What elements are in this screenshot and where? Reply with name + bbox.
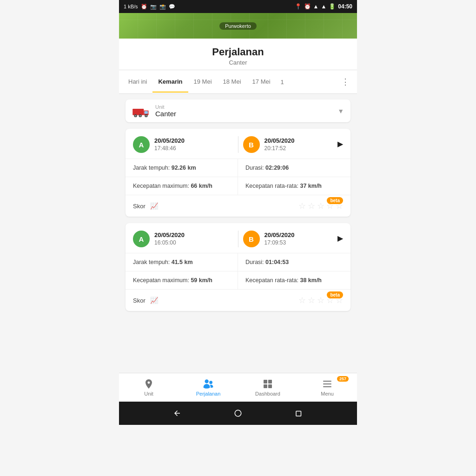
tabs-container: Hari ini Kemarin 19 Mei 18 Mei 17 Mei 1 … xyxy=(119,70,357,94)
skor-label-2: Skor xyxy=(133,297,145,304)
kec-max-val-1: 66 km/h xyxy=(191,183,212,189)
kec-rata-val-1: 37 km/h xyxy=(300,183,322,189)
jarak-label-2: Jarak tempuh: xyxy=(133,259,170,265)
star-2-3[interactable]: ☆ xyxy=(317,295,324,305)
tab-num[interactable]: 1 xyxy=(276,72,289,92)
svg-rect-13 xyxy=(323,381,331,382)
point-a-badge-1: A xyxy=(133,136,150,153)
trip-2-stats: Jarak tempuh: 41.5 km Durasi: 01:04:53 K… xyxy=(126,253,350,290)
kec-max-label-2: Kecepatan maximum: xyxy=(133,277,189,284)
dropdown-arrow-icon: ▼ xyxy=(337,107,344,115)
nav-menu[interactable]: 257 Menu xyxy=(298,373,357,402)
trip-2-a-details: 20/05/2020 16:05:00 xyxy=(154,231,185,246)
star-1-3[interactable]: ☆ xyxy=(317,201,324,211)
unit-info: Unit Canter xyxy=(155,104,337,118)
svg-rect-17 xyxy=(296,411,301,416)
nav-perjalanan[interactable]: Perjalanan xyxy=(178,373,238,402)
svg-rect-12 xyxy=(268,384,272,388)
trip-2-point-a: A 20/05/2020 16:05:00 xyxy=(133,231,233,247)
trip-2-b-time: 17:09:53 xyxy=(264,239,295,247)
jarak-val-1: 92.26 km xyxy=(172,165,196,171)
kec-rata-label-1: Kecepatan rata-rata: xyxy=(245,183,298,189)
svg-rect-14 xyxy=(323,383,331,384)
tab-kemarin[interactable]: Kemarin xyxy=(152,72,188,93)
trip-1-a-time: 17:48:46 xyxy=(154,145,185,152)
signal-icon: ▲ xyxy=(321,3,326,10)
point-b-badge-2: B xyxy=(243,231,260,247)
chart-icon-2: 📈 xyxy=(150,297,158,304)
status-left: 1 kB/s ⏰ 📷 📸 💬 xyxy=(124,4,175,10)
point-b-badge-1: B xyxy=(243,136,260,153)
trip-2-b-date: 20/05/2020 xyxy=(264,231,295,239)
time-display: 04:50 xyxy=(338,3,352,10)
svg-point-8 xyxy=(145,115,147,116)
clock-icon: ⏰ xyxy=(304,3,311,10)
nav-perjalanan-label: Perjalanan xyxy=(196,391,221,397)
tab-more-icon[interactable]: ⋮ xyxy=(337,70,353,93)
battery-icon: 🔋 xyxy=(329,3,336,10)
chart-icon-1: 📈 xyxy=(150,202,158,210)
trip-1-b-date: 20/05/2020 xyxy=(264,137,295,145)
jarak-val-2: 41.5 km xyxy=(172,259,193,265)
perjalanan-icon xyxy=(203,378,214,390)
instagram-icon: 📷 xyxy=(150,4,157,10)
trip-1-durasi: Durasi: 02:29:06 xyxy=(238,159,350,177)
trip-1-play-button[interactable]: ▶ xyxy=(337,139,343,148)
tab-19-mei[interactable]: 19 Mei xyxy=(188,72,218,93)
trip-2-durasi: Durasi: 01:04:53 xyxy=(238,253,350,271)
whatsapp-icon: 💬 xyxy=(169,4,175,10)
tab-hari-ini[interactable]: Hari ini xyxy=(123,72,152,93)
trip-1-skor-row: Skor 📈 ☆ ☆ ☆ ☆ ☆ beta xyxy=(126,195,350,217)
trip-2-kec-rata: Kecepatan rata-rata: 38 km/h xyxy=(238,271,350,290)
svg-point-16 xyxy=(235,410,241,416)
recents-button[interactable] xyxy=(294,408,304,418)
durasi-label-1: Durasi: xyxy=(245,165,264,171)
svg-rect-2 xyxy=(145,111,148,114)
menu-badge: 257 xyxy=(337,376,349,382)
status-bar: 1 kB/s ⏰ 📷 📸 💬 📍 ⏰ ▲ ▲ 🔋 04:50 xyxy=(119,0,357,13)
kec-max-label-1: Kecepatan maximum: xyxy=(133,183,189,189)
star-1-1[interactable]: ☆ xyxy=(298,201,306,211)
android-nav-bar xyxy=(119,402,357,425)
nav-dashboard[interactable]: Dashboard xyxy=(238,373,298,402)
wifi-icon: ▲ xyxy=(313,3,319,10)
alarm-icon: ⏰ xyxy=(141,4,147,10)
trip-1-b-time: 20:17:52 xyxy=(264,145,295,152)
nav-unit-label: Unit xyxy=(144,391,153,397)
trip-1-a-date: 20/05/2020 xyxy=(154,137,185,145)
nav-menu-label: Menu xyxy=(321,391,334,397)
svg-rect-15 xyxy=(323,386,331,387)
main-content: Unit Canter ▼ A 20/05/2020 17:48:46 B 20… xyxy=(119,94,357,373)
menu-icon xyxy=(322,378,333,390)
trip-1-point-b: B 20/05/2020 20:17:52 xyxy=(243,136,344,153)
trip-1-kec-rata: Kecepatan rata-rata: 37 km/h xyxy=(238,177,350,195)
trip-1-stats: Jarak tempuh: 92.26 km Durasi: 02:29:06 … xyxy=(126,159,350,195)
back-button[interactable] xyxy=(172,408,182,418)
star-2-1[interactable]: ☆ xyxy=(298,295,306,305)
truck-icon xyxy=(132,105,150,117)
trip-1-a-details: 20/05/2020 17:48:46 xyxy=(154,137,185,152)
svg-rect-10 xyxy=(268,380,272,383)
trip-2-skor-row: Skor 📈 ☆ ☆ ☆ ☆ ☆ beta xyxy=(126,290,350,311)
trip-2-a-time: 16:05:00 xyxy=(154,239,185,247)
star-2-2[interactable]: ☆ xyxy=(308,295,315,305)
trip-2-point-b: B 20/05/2020 17:09:53 xyxy=(243,231,344,247)
home-button[interactable] xyxy=(233,408,243,418)
trip-2-b-details: 20/05/2020 17:09:53 xyxy=(264,231,295,246)
trip-1-jarak: Jarak tempuh: 92.26 km xyxy=(126,159,238,177)
camera-icon: 📸 xyxy=(159,4,166,10)
star-1-2[interactable]: ☆ xyxy=(308,201,315,211)
nav-unit[interactable]: Unit xyxy=(119,373,178,402)
page-subtitle: Canter xyxy=(119,59,357,66)
trip-1-b-details: 20/05/2020 20:17:52 xyxy=(264,137,295,152)
svg-point-4 xyxy=(135,115,136,116)
durasi-label-2: Durasi: xyxy=(245,259,264,265)
page-header: Perjalanan Canter xyxy=(119,39,357,70)
unit-selector[interactable]: Unit Canter ▼ xyxy=(126,99,350,122)
kec-rata-label-2: Kecepatan rata-rata: xyxy=(245,277,298,284)
tab-17-mei[interactable]: 17 Mei xyxy=(247,72,276,93)
svg-rect-9 xyxy=(264,380,267,383)
map-label: Purwokerto xyxy=(219,22,257,30)
trip-2-play-button[interactable]: ▶ xyxy=(337,234,343,243)
tab-18-mei[interactable]: 18 Mei xyxy=(218,72,247,93)
